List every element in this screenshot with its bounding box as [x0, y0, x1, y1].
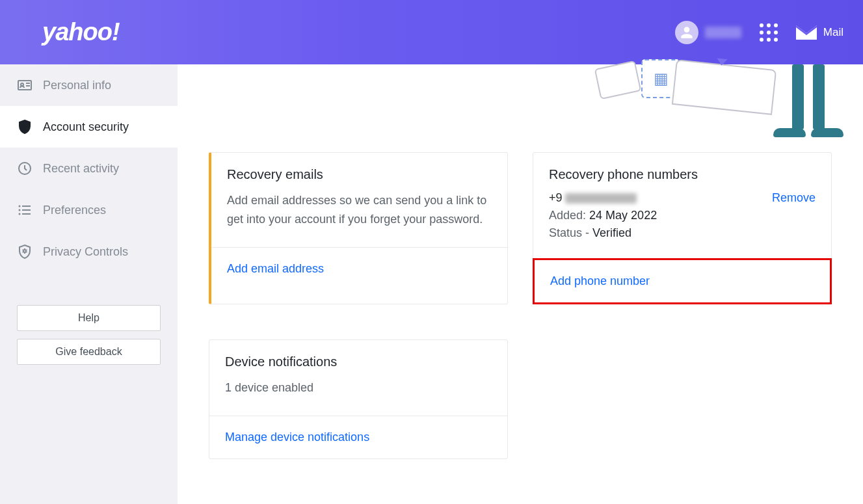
illustration: ▦ — [597, 64, 843, 137]
header: yahoo! Mail — [0, 0, 863, 64]
sidebar-item-privacy-controls[interactable]: Privacy Controls — [0, 231, 178, 272]
recovery-emails-card: Recovery emails Add email addresses so w… — [209, 152, 508, 304]
main: ▦ Recovery emails Add email addresses so… — [178, 64, 863, 504]
sidebar-item-label: Recent activity — [43, 162, 119, 176]
added-date: Added: 24 May 2022 — [549, 209, 816, 222]
mail-label: Mail — [823, 26, 843, 39]
list-icon — [17, 202, 33, 218]
phone-number: +9 — [549, 191, 637, 205]
mail-link[interactable]: Mail — [796, 25, 843, 40]
header-right: Mail — [675, 21, 843, 44]
sidebar-item-label: Preferences — [43, 204, 106, 217]
avatar[interactable] — [675, 21, 698, 44]
device-notifications-card: Device notifications 1 device enabled Ma… — [209, 339, 508, 459]
status-label: Status - — [549, 226, 589, 239]
svg-point-1 — [21, 83, 23, 86]
manage-device-notifications-link[interactable]: Manage device notifications — [225, 431, 369, 444]
phone-prefix: +9 — [549, 191, 563, 205]
sidebar-item-label: Account security — [43, 120, 129, 134]
svg-rect-8 — [22, 213, 31, 215]
layout: Personal info Account security Recent ac… — [0, 64, 863, 504]
card-title: Recovery emails — [227, 167, 492, 182]
help-button[interactable]: Help — [17, 305, 161, 331]
id-card-icon — [17, 77, 33, 93]
svg-rect-4 — [22, 206, 31, 207]
illustration-card-icon — [594, 60, 642, 99]
recovery-phones-card: Recovery phone numbers +9 Remove Added: … — [533, 152, 832, 304]
added-label: Added: — [549, 209, 586, 222]
added-value: 24 May 2022 — [589, 209, 657, 222]
add-phone-number-highlight-box: Add phone number — [533, 258, 832, 304]
yahoo-logo[interactable]: yahoo! — [42, 18, 120, 46]
apps-grid-icon[interactable] — [760, 23, 778, 42]
user-icon — [678, 24, 695, 41]
illustration-person-icon — [773, 64, 843, 137]
svg-point-3 — [19, 206, 21, 207]
shield-gear-icon — [17, 244, 33, 259]
card-title: Device notifications — [225, 354, 492, 369]
sidebar-item-label: Privacy Controls — [43, 245, 128, 259]
status-value: Verified — [592, 226, 631, 239]
shield-icon — [17, 119, 33, 135]
illustration-speech-bubble-icon — [672, 59, 777, 115]
sidebar-item-account-security[interactable]: Account security — [0, 106, 178, 148]
card-title: Recovery phone numbers — [549, 167, 816, 182]
add-email-address-link[interactable]: Add email address — [227, 262, 324, 275]
svg-point-9 — [23, 250, 26, 252]
sidebar: Personal info Account security Recent ac… — [0, 64, 178, 504]
phone-number-redacted — [565, 193, 637, 204]
status-line: Status - Verified — [549, 226, 816, 240]
svg-point-5 — [19, 209, 21, 211]
remove-phone-link[interactable]: Remove — [772, 191, 816, 205]
sidebar-item-preferences[interactable]: Preferences — [0, 189, 178, 231]
svg-point-7 — [19, 213, 21, 215]
svg-rect-6 — [22, 209, 31, 211]
sidebar-item-personal-info[interactable]: Personal info — [0, 64, 178, 106]
card-description: Add email addresses so we can send you a… — [227, 191, 492, 229]
clock-icon — [17, 161, 33, 176]
sidebar-buttons: Help Give feedback — [0, 292, 178, 378]
sidebar-item-recent-activity[interactable]: Recent activity — [0, 148, 178, 189]
sidebar-item-label: Personal info — [43, 79, 111, 92]
add-phone-number-link[interactable]: Add phone number — [550, 274, 650, 287]
give-feedback-button[interactable]: Give feedback — [17, 339, 161, 365]
mail-icon — [796, 25, 817, 40]
username-redacted — [705, 27, 741, 38]
card-description: 1 device enabled — [225, 378, 492, 397]
